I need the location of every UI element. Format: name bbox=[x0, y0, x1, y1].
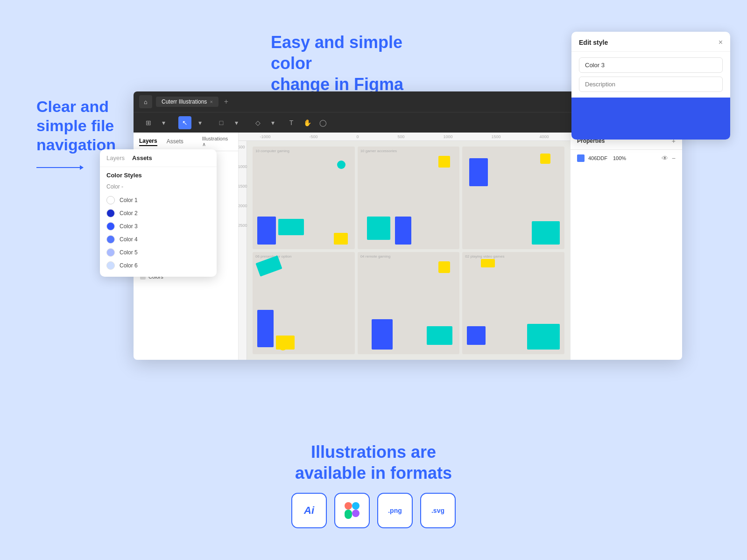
illus-shape4-blue bbox=[257, 310, 274, 347]
toolbar-comment-btn[interactable]: ◯ bbox=[317, 116, 330, 129]
color-row-3[interactable]: Color 3 bbox=[106, 220, 210, 233]
color-name-input[interactable] bbox=[579, 57, 723, 73]
toolbar-group-pen: ◇ ▾ bbox=[248, 114, 282, 131]
illus-shape-circle bbox=[337, 161, 345, 169]
canvas-illustrations-grid: 10 computer gaming 10 gamer accessories bbox=[247, 141, 570, 360]
illus-shape5-cyan bbox=[427, 326, 452, 345]
tab-assets[interactable]: Assets bbox=[167, 138, 183, 146]
toolbar-frame-btn[interactable]: □ bbox=[215, 116, 228, 129]
illustration-4: 06 presents for option bbox=[253, 252, 355, 355]
tab-close-icon[interactable]: × bbox=[210, 99, 212, 105]
toolbar-text-btn[interactable]: T bbox=[285, 116, 298, 129]
minus-icon[interactable]: − bbox=[672, 154, 676, 162]
toolbar-dropdown4-btn[interactable]: ▾ bbox=[266, 116, 279, 129]
illustrations-tab-label[interactable]: Illustrations ∧ bbox=[202, 136, 233, 147]
color-preview-swatch bbox=[571, 98, 730, 140]
illus-shape2-yellow bbox=[438, 156, 450, 168]
floating-layers-tabs: Layers Assets bbox=[100, 149, 217, 167]
illus-shape5-blue bbox=[372, 319, 393, 350]
left-heading: Clear and simple file navigation bbox=[36, 97, 139, 154]
toolbar-hand-btn[interactable]: ✋ bbox=[301, 116, 314, 129]
toolbar-dropdown-btn[interactable]: ▾ bbox=[157, 116, 170, 129]
illus-shape-blue bbox=[257, 217, 276, 245]
color-sub-label: Color - bbox=[106, 183, 210, 190]
edit-style-title: Edit style bbox=[579, 39, 608, 46]
fl-tab-layers[interactable]: Layers bbox=[106, 154, 125, 161]
illus-shape4-dot bbox=[278, 341, 288, 350]
illus-shape3-blue bbox=[469, 158, 488, 186]
arrow-line bbox=[36, 167, 83, 168]
format-ai-icon: Ai bbox=[291, 493, 327, 528]
close-icon[interactable]: × bbox=[719, 38, 723, 47]
toolbar-dropdown3-btn[interactable]: ▾ bbox=[230, 116, 243, 129]
illustration-6: 02 playing video games bbox=[462, 252, 564, 355]
color-row-1[interactable]: Color 1 bbox=[106, 194, 210, 207]
figma-right-panel: Properties + 406DDF 100% 👁 − bbox=[570, 133, 682, 360]
color-dot-3 bbox=[106, 222, 115, 231]
format-png-icon: .png bbox=[377, 493, 413, 528]
illus-label-5: 04 remote gaming bbox=[360, 254, 390, 259]
new-tab-button[interactable]: + bbox=[224, 98, 228, 106]
visibility-icon[interactable]: 👁 bbox=[662, 154, 668, 162]
illus-shape6-yellow bbox=[481, 259, 495, 267]
color-row-2[interactable]: Color 2 bbox=[106, 207, 210, 220]
color-row-5[interactable]: Color 5 bbox=[106, 246, 210, 259]
svg-point-4 bbox=[345, 511, 352, 519]
figma-logo-svg bbox=[345, 502, 359, 519]
edit-style-header: Edit style × bbox=[571, 32, 730, 52]
sidebar-tabs: Layers Assets Illustrations ∧ bbox=[134, 133, 238, 151]
svg-rect-1 bbox=[352, 502, 359, 510]
figma-tab[interactable]: Cuterr Illustrations × bbox=[156, 97, 218, 107]
top-heading-title: Easy and simple colorchange in Figma bbox=[271, 32, 430, 95]
color-dot-6 bbox=[106, 261, 115, 270]
toolbar-group-select: ↖ ▾ bbox=[176, 114, 209, 131]
opacity-value: 100% bbox=[613, 155, 626, 161]
illus-shape2-blue bbox=[395, 217, 411, 245]
png-label: .png bbox=[388, 507, 402, 514]
illustration-1: 10 computer gaming bbox=[253, 147, 355, 249]
description-input[interactable] bbox=[579, 77, 723, 92]
svg-rect-3 bbox=[352, 510, 359, 517]
color-label-4: Color 4 bbox=[120, 236, 138, 243]
toolbar-select-btn[interactable]: ↖ bbox=[178, 116, 191, 129]
color-label-5: Color 5 bbox=[120, 249, 138, 256]
toolbar-pen-btn[interactable]: ◇ bbox=[251, 116, 264, 129]
toolbar-group-move: ⊞ ▾ bbox=[139, 114, 173, 131]
color-dot-5 bbox=[106, 248, 115, 257]
canvas-ruler-vertical: 5001000150020002500 bbox=[239, 141, 247, 360]
format-svg-icon: .svg bbox=[420, 493, 456, 528]
illus-shape3-cyan bbox=[532, 221, 560, 245]
tab-label: Cuterr Illustrations bbox=[162, 98, 207, 105]
color-dot-1 bbox=[106, 196, 115, 204]
illus-shape6-cyan bbox=[527, 324, 560, 350]
svg-rect-0 bbox=[345, 502, 352, 510]
illus-shape4-cyan bbox=[255, 255, 282, 276]
illus-shape6-blue bbox=[467, 326, 486, 345]
illustration-2: 10 gamer accessories bbox=[358, 147, 460, 249]
figma-home-button[interactable]: ⌂ bbox=[139, 95, 152, 108]
color-dot-2 bbox=[106, 209, 115, 217]
illus-shape5-yellow bbox=[438, 261, 450, 273]
svg-label: .svg bbox=[431, 507, 444, 514]
illus-shape-cyan bbox=[278, 219, 304, 235]
color-row-4[interactable]: Color 4 bbox=[106, 233, 210, 246]
fl-tab-assets[interactable]: Assets bbox=[132, 154, 152, 161]
color-styles-section: Color Styles Color - Color 1 Color 2 Col… bbox=[100, 167, 217, 277]
illus-shape3-yellow bbox=[540, 154, 550, 164]
illus-shape2-cyan bbox=[367, 217, 390, 240]
right-panel-color-row: 406DDF 100% 👁 − bbox=[571, 150, 682, 167]
bottom-section: Illustrations areavailable in formats Ai… bbox=[0, 441, 747, 528]
illus-shape-yellow bbox=[334, 233, 348, 245]
color-styles-title: Color Styles bbox=[106, 172, 142, 179]
top-heading-block: Easy and simple colorchange in Figma bbox=[271, 32, 430, 95]
toolbar-grid-btn[interactable]: ⊞ bbox=[142, 116, 155, 129]
toolbar-dropdown2-btn[interactable]: ▾ bbox=[193, 116, 206, 129]
tab-layers[interactable]: Layers bbox=[139, 138, 157, 146]
color-row-6[interactable]: Color 6 bbox=[106, 259, 210, 272]
illustration-3 bbox=[462, 147, 564, 249]
color-dot-4 bbox=[106, 235, 115, 244]
hex-value: 406DDF bbox=[588, 155, 607, 161]
color-styles-header: Color Styles bbox=[106, 172, 210, 179]
canvas-ruler-horizontal: -1000-5000500100015004000 bbox=[239, 133, 570, 141]
figma-canvas[interactable]: -1000-5000500100015004000 50010001500200… bbox=[239, 133, 570, 360]
